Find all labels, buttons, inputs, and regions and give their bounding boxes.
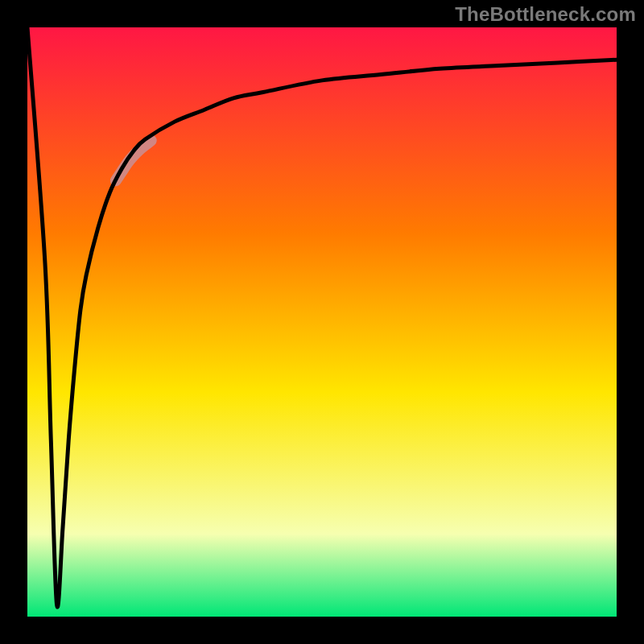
bottleneck-chart bbox=[0, 0, 644, 644]
plot-area bbox=[27, 27, 617, 617]
chart-container: TheBottleneck.com bbox=[0, 0, 644, 644]
watermark-text: TheBottleneck.com bbox=[455, 3, 636, 26]
